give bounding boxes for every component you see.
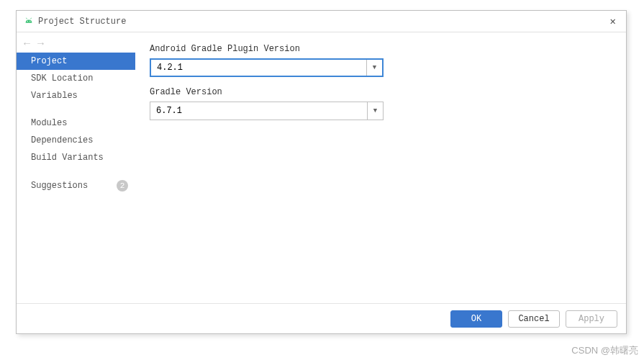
close-icon[interactable]: ✕ bbox=[607, 15, 619, 27]
sidebar-item-label: Project bbox=[31, 56, 67, 66]
apply-button[interactable]: Apply bbox=[566, 310, 617, 328]
sidebar-item-modules[interactable]: Modules bbox=[17, 114, 135, 132]
sidebar-item-dependencies[interactable]: Dependencies bbox=[17, 132, 135, 149]
project-structure-dialog: Project Structure ✕ ← → Project SDK Loca… bbox=[16, 10, 627, 334]
window-title: Project Structure bbox=[38, 17, 607, 27]
agp-version-input[interactable] bbox=[151, 60, 366, 76]
sidebar: Project SDK Location Variables Modules D… bbox=[17, 32, 135, 303]
sidebar-item-project[interactable]: Project bbox=[17, 53, 135, 70]
sidebar-item-label: Suggestions bbox=[31, 181, 88, 191]
agp-version-combobox[interactable]: ▼ bbox=[150, 58, 384, 77]
sidebar-item-label: Build Variants bbox=[31, 153, 104, 163]
sidebar-item-variables[interactable]: Variables bbox=[17, 87, 135, 104]
sidebar-item-suggestions[interactable]: Suggestions 2 bbox=[17, 176, 135, 195]
svg-line-2 bbox=[27, 17, 27, 19]
chevron-down-icon[interactable]: ▼ bbox=[367, 102, 383, 120]
cancel-button[interactable]: Cancel bbox=[508, 310, 560, 328]
sidebar-item-label: Variables bbox=[31, 91, 78, 101]
gradle-version-label: Gradle Version bbox=[150, 87, 612, 97]
sidebar-item-sdk-location[interactable]: SDK Location bbox=[17, 70, 135, 87]
svg-point-1 bbox=[30, 20, 30, 21]
main-panel: Android Gradle Plugin Version ▼ Gradle V… bbox=[135, 32, 626, 303]
gradle-version-input[interactable] bbox=[150, 102, 367, 120]
ok-button[interactable]: OK bbox=[450, 310, 502, 328]
titlebar: Project Structure ✕ bbox=[17, 11, 626, 32]
sidebar-item-label: Dependencies bbox=[31, 135, 93, 145]
sidebar-item-label: Modules bbox=[31, 118, 67, 128]
back-arrow-icon[interactable]: ← bbox=[24, 38, 30, 50]
svg-line-3 bbox=[31, 17, 32, 19]
watermark-text: CSDN @韩曙亮 bbox=[571, 344, 638, 357]
svg-point-0 bbox=[27, 20, 28, 21]
nav-arrows: ← → bbox=[24, 38, 44, 50]
android-icon bbox=[24, 17, 34, 27]
forward-arrow-icon[interactable]: → bbox=[37, 38, 44, 50]
suggestions-badge: 2 bbox=[117, 180, 128, 192]
buttonbar: OK Cancel Apply bbox=[17, 303, 626, 333]
sidebar-item-build-variants[interactable]: Build Variants bbox=[17, 149, 135, 166]
sidebar-item-label: SDK Location bbox=[31, 73, 93, 84]
gradle-version-combobox[interactable]: ▼ bbox=[150, 102, 384, 120]
agp-version-label: Android Gradle Plugin Version bbox=[150, 44, 612, 54]
content-area: Project SDK Location Variables Modules D… bbox=[17, 32, 626, 303]
chevron-down-icon[interactable]: ▼ bbox=[366, 60, 382, 76]
